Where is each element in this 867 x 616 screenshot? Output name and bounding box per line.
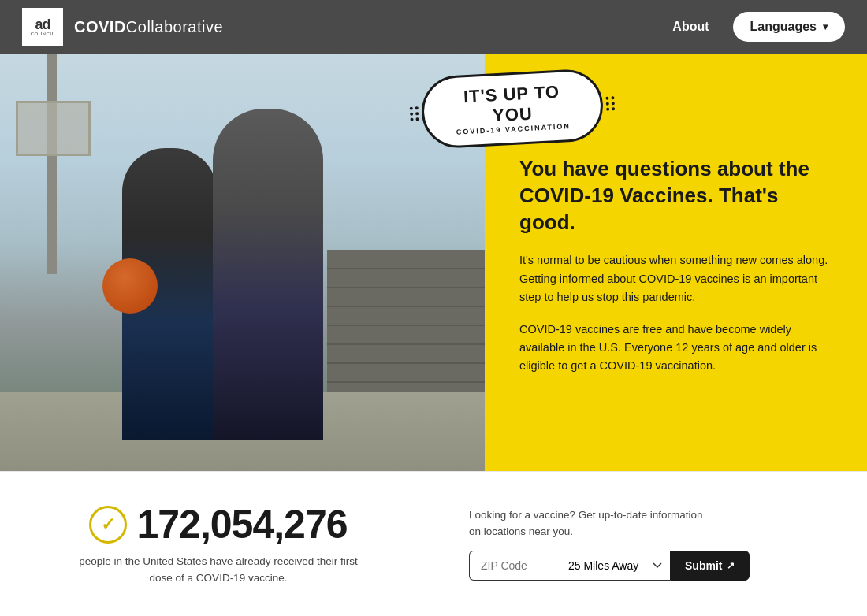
finder-form: 25 Miles Away 10 Miles Away 50 Miles Awa…	[469, 551, 835, 581]
basketball	[102, 258, 158, 314]
submit-button[interactable]: Submit ↗	[670, 551, 750, 581]
stat-label: people in the United States have already…	[76, 554, 360, 586]
external-link-icon: ↗	[727, 560, 735, 571]
ad-logo-text: ad	[35, 17, 50, 32]
header: ad COUNCIL COVIDCollaborative About Lang…	[0, 0, 867, 54]
hero-body-1: It's normal to be cautious when somethin…	[519, 251, 835, 306]
finder-description: Looking for a vaccine? Get up-to-date in…	[469, 507, 705, 540]
stamp-dots-right	[605, 96, 615, 111]
stat-block: ✓ 172,054,276 people in the United State…	[0, 472, 437, 616]
hero-section: IT'S UP TO YOU COVID-19 VACCINATION You …	[0, 54, 867, 471]
stamp-dots-left	[410, 106, 419, 121]
nav-about-link[interactable]: About	[672, 20, 709, 34]
bottom-section: ✓ 172,054,276 people in the United State…	[0, 471, 867, 616]
hoop-backboard	[16, 101, 91, 156]
ad-council-logo: ad COUNCIL	[22, 8, 63, 46]
submit-label: Submit	[685, 559, 722, 572]
stamp-badge: IT'S UP TO YOU COVID-19 VACCINATION	[420, 68, 605, 150]
hero-yellow-panel: IT'S UP TO YOU COVID-19 VACCINATION You …	[485, 54, 867, 471]
header-right: About Languages ▾	[672, 12, 845, 42]
zip-code-input[interactable]	[469, 551, 560, 581]
languages-button[interactable]: Languages ▾	[733, 12, 845, 42]
chevron-down-icon: ▾	[823, 21, 828, 32]
brand-collaborative: Collaborative	[126, 18, 223, 35]
hero-body-2: COVID-19 vaccines are free and have beco…	[519, 321, 835, 376]
stat-number-row: ✓ 172,054,276	[89, 502, 347, 547]
languages-label: Languages	[750, 20, 817, 34]
brand-name: COVIDCollaborative	[74, 18, 223, 36]
checkmark-icon: ✓	[89, 506, 127, 544]
stat-number: 172,054,276	[136, 502, 347, 547]
header-left: ad COUNCIL COVIDCollaborative	[22, 8, 223, 46]
garage-door	[327, 250, 485, 408]
miles-away-select[interactable]: 25 Miles Away 10 Miles Away 50 Miles Awa…	[560, 551, 670, 581]
vaccine-finder: Looking for a vaccine? Get up-to-date in…	[437, 492, 867, 596]
hero-headline: You have questions about the COVID-19 Va…	[519, 156, 835, 236]
person-right	[213, 109, 323, 440]
stamp-line1: IT'S UP TO YOU	[441, 80, 582, 128]
council-logo-text: COUNCIL	[31, 32, 55, 36]
brand-covid: COVID	[74, 18, 126, 35]
hoop-pole	[47, 54, 57, 274]
